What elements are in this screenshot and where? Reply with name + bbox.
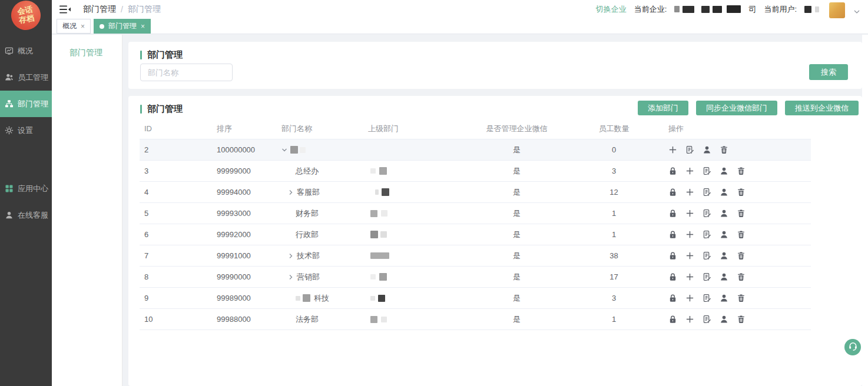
cell-employee-count: 3 [574, 288, 654, 308]
members-icon[interactable] [720, 188, 729, 197]
chevron-down-icon[interactable] [854, 10, 860, 14]
add-child-icon[interactable] [668, 145, 678, 155]
edit-icon[interactable] [703, 188, 712, 197]
close-icon[interactable]: × [141, 23, 145, 30]
sync-wechat-departments-button[interactable]: 同步企业微信部门 [696, 101, 777, 115]
delete-icon[interactable] [737, 167, 746, 176]
breadcrumb: 部门管理 / 部门管理 [83, 4, 161, 15]
members-icon[interactable] [720, 209, 729, 218]
edit-icon[interactable] [685, 145, 695, 155]
close-icon[interactable]: × [81, 23, 85, 30]
delete-icon[interactable] [737, 230, 746, 239]
redacted-text [378, 295, 385, 302]
lock-icon[interactable] [668, 209, 678, 218]
sidebar-item-settings[interactable]: 设置 [0, 117, 52, 144]
breadcrumb-level1[interactable]: 部门管理 [83, 4, 116, 15]
add-child-icon[interactable] [685, 209, 695, 218]
table-row[interactable]: 999989000科技是3 [140, 288, 811, 309]
sidebar-item-department-management-sub[interactable]: 部门管理 [52, 48, 122, 58]
add-child-icon[interactable] [685, 251, 695, 261]
department-name-text: 行政部 [296, 229, 319, 240]
sidebar-item-employee-management[interactable]: 员工管理 [0, 64, 52, 91]
sidebar-item-department-management[interactable]: 部门管理 [0, 91, 52, 117]
members-icon[interactable] [720, 272, 729, 282]
tab-department-management[interactable]: 部门管理× [94, 19, 151, 34]
redacted-text [381, 210, 387, 217]
chevron-down-icon[interactable] [281, 147, 288, 154]
members-icon[interactable] [703, 145, 712, 155]
switch-company-link[interactable]: 切换企业 [596, 4, 627, 15]
add-child-icon[interactable] [685, 167, 695, 176]
cell-sort: 99989000 [212, 288, 277, 308]
department-name-input[interactable] [140, 64, 233, 81]
table-row[interactable]: 899990000营销部是17 [140, 267, 811, 288]
column-header: 排序 [212, 118, 277, 139]
lock-icon[interactable] [668, 315, 678, 324]
delete-icon[interactable] [737, 315, 746, 324]
lock-icon[interactable] [668, 167, 678, 176]
cell-parent-department [362, 267, 459, 287]
table-row[interactable]: 1099988000法务部是1 [140, 309, 811, 330]
collapse-menu-icon[interactable] [59, 5, 71, 14]
table-row[interactable]: 799991000技术部是38 [140, 245, 811, 267]
add-child-icon[interactable] [685, 315, 695, 324]
edit-icon[interactable] [703, 209, 712, 218]
add-department-button[interactable]: 添加部门 [638, 101, 688, 115]
sidebar-item-label: 在线客服 [18, 210, 48, 221]
table-row[interactable]: 699992000行政部是1 [140, 224, 811, 245]
push-to-wechat-button[interactable]: 推送到企业微信 [785, 101, 859, 115]
edit-icon[interactable] [703, 294, 712, 303]
add-child-icon[interactable] [685, 188, 695, 197]
delete-icon[interactable] [737, 294, 746, 303]
customer-service-button[interactable] [844, 339, 861, 355]
cell-department-name: 总经办 [277, 161, 362, 181]
cell-operations [654, 161, 811, 181]
members-icon[interactable] [720, 294, 729, 303]
user-avatar[interactable] [829, 2, 845, 18]
table-row[interactable]: 2100000000是0 [140, 139, 811, 161]
lock-icon[interactable] [668, 294, 678, 303]
tab-overview[interactable]: 概况× [57, 19, 91, 34]
redacted-text [290, 146, 298, 154]
cell-operations [654, 203, 811, 224]
add-child-icon[interactable] [685, 294, 695, 303]
edit-icon[interactable] [703, 251, 712, 261]
table-row[interactable]: 599993000财务部是1 [140, 203, 811, 224]
lock-icon[interactable] [668, 251, 678, 261]
table-row[interactable]: 499994000客服部是12 [140, 182, 811, 203]
edit-icon[interactable] [703, 272, 712, 282]
members-icon[interactable] [720, 251, 729, 261]
edit-icon[interactable] [703, 315, 712, 324]
lock-icon[interactable] [668, 272, 678, 282]
table-header-row: ID排序部门名称上级部门是否管理企业微信员工数量操作 [140, 118, 811, 139]
chevron-right-icon[interactable] [287, 252, 294, 259]
members-icon[interactable] [720, 167, 729, 176]
chevron-right-icon[interactable] [287, 274, 294, 281]
logo-line2: 存档 [18, 14, 35, 25]
delete-icon[interactable] [737, 251, 746, 261]
delete-icon[interactable] [720, 145, 729, 155]
main-content: 部门管理 搜索 部门管理 添加部门同步企业微信部门推送到企业微信 ID排序部门名… [123, 35, 862, 386]
delete-icon[interactable] [737, 272, 746, 282]
delete-icon[interactable] [737, 209, 746, 218]
edit-icon[interactable] [703, 230, 712, 239]
lock-icon[interactable] [668, 230, 678, 239]
members-icon[interactable] [720, 315, 729, 324]
department-name-text: 总经办 [296, 166, 319, 177]
table-row[interactable]: 399999000总经办是3 [140, 161, 811, 182]
chevron-right-icon[interactable] [287, 189, 294, 196]
add-child-icon[interactable] [685, 230, 695, 239]
sidebar-item-overview[interactable]: 概况 [0, 38, 52, 64]
cell-employee-count: 38 [574, 245, 654, 266]
add-child-icon[interactable] [685, 272, 695, 282]
sidebar-item-app-center[interactable]: 应用中心 [0, 175, 52, 202]
lock-icon[interactable] [668, 188, 678, 197]
cell-employee-count: 1 [574, 309, 654, 330]
search-button[interactable]: 搜索 [809, 64, 848, 80]
edit-icon[interactable] [703, 167, 712, 176]
departments-icon [5, 99, 14, 109]
sidebar-item-online-support[interactable]: 在线客服 [0, 202, 52, 228]
scrollbar[interactable] [862, 35, 868, 386]
delete-icon[interactable] [737, 188, 746, 197]
members-icon[interactable] [720, 230, 729, 239]
